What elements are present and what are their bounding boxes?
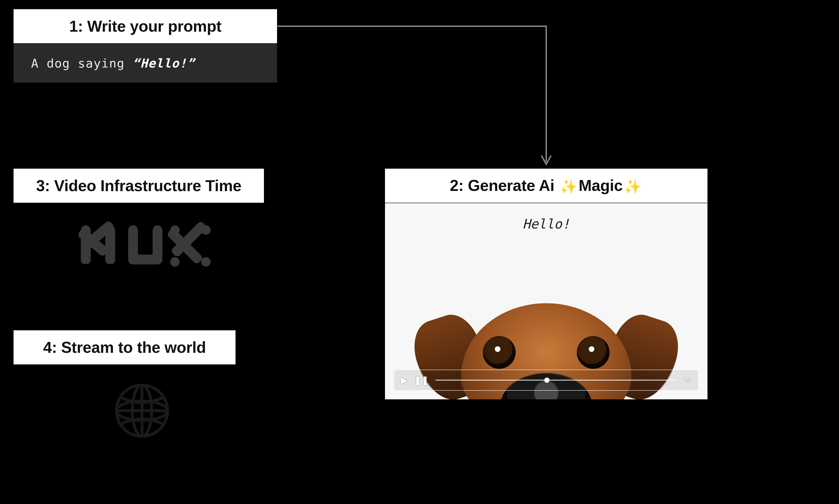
pause-icon[interactable]: ❚❚ bbox=[414, 376, 429, 384]
sparkle-icon: ✨ bbox=[623, 179, 643, 195]
svg-point-10 bbox=[153, 225, 162, 235]
prompt-input-panel[interactable]: A dog saying “Hello!” bbox=[13, 44, 278, 83]
diagram-stage: 1: Write your prompt A dog saying “Hello… bbox=[0, 0, 839, 504]
play-icon[interactable]: ▶ bbox=[401, 376, 408, 384]
prompt-quoted: “Hello!” bbox=[132, 56, 195, 70]
seek-thumb[interactable] bbox=[544, 378, 550, 383]
step-4-title: 4: Stream to the world bbox=[43, 338, 206, 356]
step-1-title: 1: Write your prompt bbox=[69, 17, 221, 35]
generated-video-panel: Hello! ▶ ❚❚ ↻ bbox=[385, 203, 708, 400]
step-1-header: 1: Write your prompt bbox=[13, 9, 278, 44]
prompt-text: A dog saying “Hello!” bbox=[31, 56, 195, 70]
step-4-header: 4: Stream to the world bbox=[13, 330, 236, 365]
globe-icon bbox=[109, 378, 175, 444]
svg-rect-8 bbox=[128, 254, 162, 264]
step-2-header: 2: Generate Ai ✨Magic✨ bbox=[385, 168, 708, 203]
video-controls: ▶ ❚❚ ↻ bbox=[394, 370, 699, 391]
video-speech-text: Hello! bbox=[385, 216, 708, 232]
svg-point-5 bbox=[106, 225, 115, 235]
svg-point-16 bbox=[201, 257, 211, 267]
step-3-title: 3: Video Infrastructure Time bbox=[36, 177, 242, 195]
svg-point-4 bbox=[81, 225, 90, 235]
step-2-title-mid: Magic bbox=[578, 177, 623, 194]
svg-point-9 bbox=[128, 225, 138, 235]
seek-track[interactable] bbox=[435, 380, 678, 381]
prompt-prefix: A dog saying bbox=[31, 56, 132, 70]
step-2-title: 2: Generate Ai ✨Magic✨ bbox=[450, 177, 643, 195]
svg-point-15 bbox=[170, 257, 180, 267]
svg-point-13 bbox=[170, 225, 180, 235]
step-2-title-pre: 2: Generate Ai bbox=[450, 177, 559, 194]
loop-icon[interactable]: ↻ bbox=[684, 376, 692, 384]
sparkle-icon: ✨ bbox=[559, 179, 579, 195]
svg-point-14 bbox=[201, 225, 211, 235]
step-3-header: 3: Video Infrastructure Time bbox=[13, 168, 264, 203]
mux-logo bbox=[79, 218, 212, 271]
